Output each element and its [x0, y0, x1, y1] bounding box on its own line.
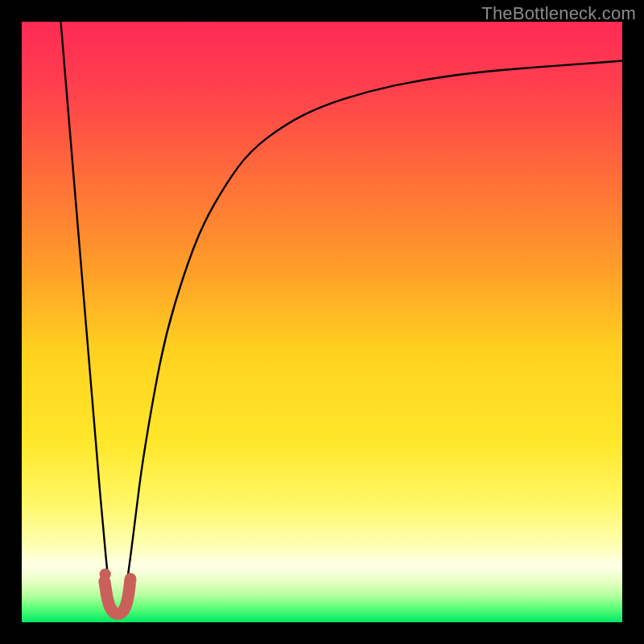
watermark-text: TheBottleneck.com	[481, 3, 636, 24]
chart-stage: TheBottleneck.com	[0, 0, 644, 644]
valley-j-marker	[105, 579, 130, 613]
valley-dot-marker	[100, 568, 111, 580]
curve-left-branch	[60, 22, 110, 605]
curves-layer	[22, 22, 622, 622]
plot-area	[22, 22, 622, 622]
curve-right-branch	[124, 60, 622, 604]
